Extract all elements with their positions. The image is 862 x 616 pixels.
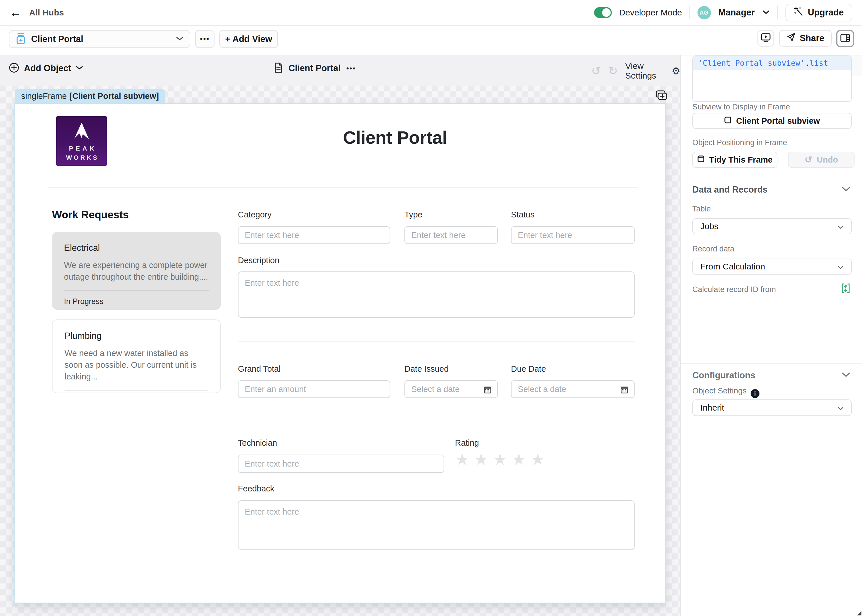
work-request-card-selected[interactable]: Electrical We are experiencing a complet… [52, 232, 221, 310]
resize-handle[interactable] [857, 611, 861, 615]
developer-mode-label: Developer Mode [619, 8, 682, 17]
collapse-chevron-icon[interactable] [842, 186, 851, 193]
settings-panel: General Automation Frame Settings Subvie… [680, 55, 862, 616]
tidy-frame-button[interactable]: Tidy This Frame [692, 152, 777, 168]
share-button[interactable]: Share [779, 30, 832, 47]
magic-wand-icon [794, 6, 804, 19]
object-settings-label: Object Settingsi [692, 386, 760, 398]
technician-input[interactable] [239, 459, 444, 468]
info-icon[interactable]: i [751, 389, 760, 398]
record-data-select[interactable]: From Calculation [692, 259, 852, 275]
star-rating[interactable]: ★★★★★ [455, 450, 550, 468]
undo-icon[interactable]: ↺ [591, 65, 601, 77]
developer-mode-toggle[interactable] [594, 7, 612, 18]
due-date-input[interactable] [512, 385, 634, 394]
share-label: Share [800, 33, 824, 43]
upgrade-label: Upgrade [808, 8, 844, 18]
add-object-label: Add Object [24, 63, 71, 74]
add-object-button[interactable]: Add Object [9, 62, 83, 74]
chevron-down-icon [76, 65, 83, 71]
divider [777, 6, 778, 19]
configurations-heading: Configurations [692, 370, 755, 380]
card-title: Electrical [64, 243, 209, 253]
type-input[interactable] [405, 231, 497, 240]
preview-button[interactable] [757, 30, 774, 47]
page-more-icon[interactable]: ••• [347, 64, 356, 73]
preview-play-icon [761, 33, 771, 44]
current-page[interactable]: Client Portal ••• [274, 62, 356, 74]
frame-tag[interactable]: singleFrame [Client Portal subview] [15, 89, 165, 103]
status-field[interactable] [511, 226, 634, 244]
collapse-chevron-icon[interactable] [842, 372, 851, 379]
technician-label: Technician [238, 438, 277, 448]
avatar[interactable]: AG [697, 6, 711, 19]
ellipsis-icon: ••• [200, 35, 209, 43]
expand-formula-icon[interactable] [841, 283, 851, 295]
formula-line[interactable]: 'Client Portal subview'.list [693, 56, 851, 70]
single-frame[interactable]: PEAK WORKS Client Portal Work Requests E… [14, 103, 666, 603]
chevron-down-icon [176, 36, 184, 42]
hub-app-icon [16, 33, 26, 46]
grand-total-field[interactable] [238, 380, 390, 398]
logo-text-line1: PEAK [66, 145, 97, 152]
category-input[interactable] [239, 231, 389, 240]
grand-total-label: Grand Total [238, 364, 281, 374]
due-date-label: Due Date [511, 364, 546, 374]
view-settings-label[interactable]: View Settings [625, 61, 664, 80]
frame-outline-icon [724, 116, 732, 126]
positioning-label: Object Positioning in Frame [692, 138, 787, 147]
chevron-down-icon [837, 262, 844, 272]
calendar-icon[interactable] [620, 385, 629, 395]
calendar-icon[interactable] [483, 385, 492, 395]
undo-positioning-button[interactable]: ↺ Undo [788, 152, 854, 168]
page-title: Client Portal [224, 127, 566, 148]
frame-tag-target: [Client Portal subview] [70, 91, 159, 101]
technician-field[interactable] [238, 454, 444, 473]
subview-label: Subview to Display in Frame [692, 102, 790, 112]
description-input[interactable] [239, 272, 634, 317]
chevron-down-icon [837, 222, 844, 231]
add-view-button[interactable]: + Add View [219, 30, 278, 48]
description-field[interactable] [238, 272, 634, 318]
record-data-select-value: From Calculation [700, 262, 837, 272]
back-icon[interactable]: ← [10, 7, 21, 18]
account-menu[interactable]: Manager [718, 8, 755, 18]
due-date-field[interactable] [511, 380, 634, 398]
view-selector[interactable]: Client Portal [9, 30, 190, 48]
rating-label: Rating [455, 438, 479, 448]
work-request-card[interactable]: Plumbing We need a new water installed a… [52, 319, 221, 393]
feedback-field[interactable] [238, 500, 634, 550]
feedback-input[interactable] [239, 501, 634, 549]
duplicate-frame-icon[interactable] [655, 90, 667, 102]
object-settings-select[interactable]: Inherit [692, 399, 852, 416]
type-label: Type [404, 210, 422, 219]
formula-dot: . [805, 58, 809, 68]
gear-icon[interactable]: ⚙ [672, 66, 680, 76]
card-status: In Progress [64, 297, 209, 306]
subview-button-label: Client Portal subview [736, 116, 820, 126]
app-window: ← All Hubs Developer Mode AG Manager [0, 0, 862, 616]
redo-icon[interactable]: ↻ [608, 65, 618, 77]
type-field[interactable] [404, 226, 498, 244]
status-input[interactable] [512, 231, 634, 240]
category-field[interactable] [238, 226, 390, 244]
canvas-toolbar-right: ↺ ↻ View Settings ⚙ [591, 61, 680, 80]
calc-record-id-label: Calculate record ID from [692, 285, 776, 294]
all-hubs-link[interactable]: All Hubs [29, 8, 64, 17]
panel-toggle-button[interactable] [836, 30, 854, 47]
section-divider [238, 341, 634, 342]
record-data-label: Record data [692, 245, 734, 253]
grand-total-input[interactable] [239, 385, 389, 394]
design-canvas[interactable]: Add Object Client Portal ••• [0, 55, 680, 616]
subview-button[interactable]: Client Portal subview [692, 113, 852, 129]
upgrade-button[interactable]: Upgrade [785, 4, 852, 21]
formula-string: 'Client Portal subview' [698, 58, 805, 68]
table-select[interactable]: Jobs [692, 218, 852, 234]
chevron-down-icon[interactable] [762, 9, 770, 16]
view-more-button[interactable]: ••• [195, 30, 215, 48]
formula-editor[interactable]: 'Client Portal subview'.list [692, 55, 852, 102]
table-label: Table [692, 204, 711, 214]
undo-icon: ↺ [805, 155, 812, 164]
date-issued-field[interactable] [404, 380, 498, 398]
status-label: Status [511, 210, 534, 219]
